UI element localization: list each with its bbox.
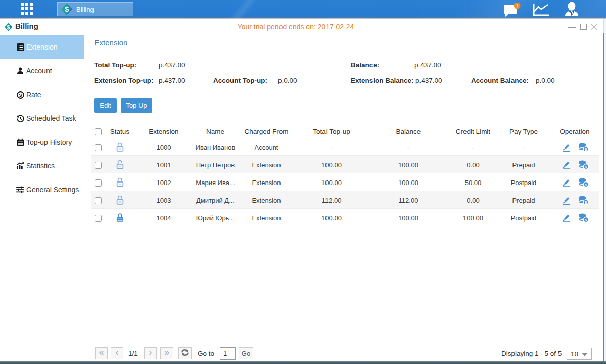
svg-text:$: $ <box>585 147 587 151</box>
svg-text:$: $ <box>585 164 587 169</box>
svg-text:$: $ <box>585 182 587 187</box>
svg-text:$: $ <box>65 5 69 13</box>
svg-text:!: ! <box>516 4 518 9</box>
svg-text:$: $ <box>585 217 587 222</box>
svg-text:S: S <box>19 92 22 98</box>
svg-text:$: $ <box>585 200 587 204</box>
